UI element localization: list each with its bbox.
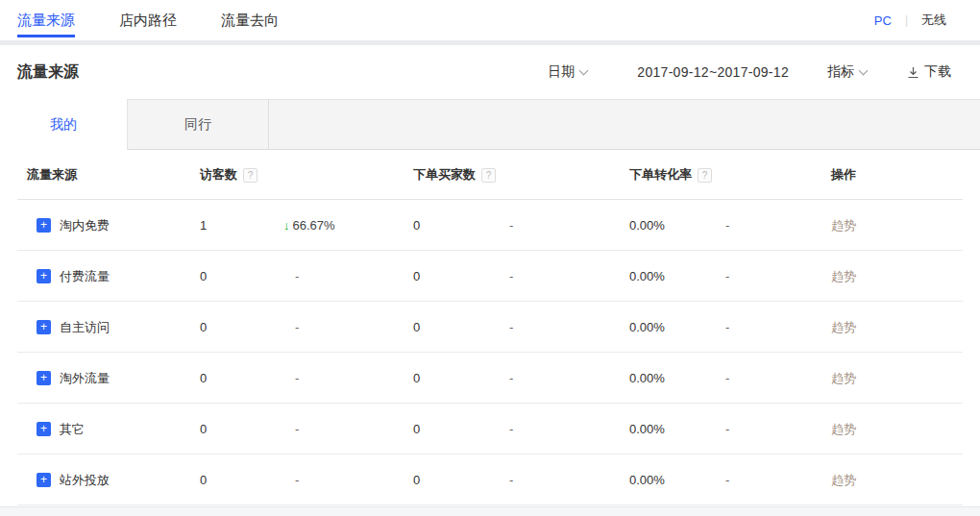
expand-plus-icon[interactable]: + (37, 269, 51, 283)
order-buyers-change: - (509, 320, 629, 334)
expand-plus-icon[interactable]: + (37, 371, 51, 385)
help-icon[interactable]: ? (481, 168, 496, 183)
source-label: 自主访问 (60, 319, 110, 336)
expand-plus-icon[interactable]: + (37, 473, 51, 487)
table-row: + 其它 0 - 0 - 0.00% - 趋势 (0, 404, 980, 455)
visitors-change: - (283, 269, 413, 283)
source-label: 站外投放 (60, 472, 110, 489)
download-button[interactable]: 下载 (907, 63, 951, 81)
tab-peers[interactable]: 同行 (128, 99, 269, 150)
source-label: 其它 (60, 421, 85, 438)
table-header-row: 流量来源 访客数 ? 下单买家数 ? 下单转化率 ? 操作 (0, 150, 980, 200)
expand-plus-icon[interactable]: + (37, 218, 51, 233)
help-icon[interactable]: ? (698, 168, 712, 183)
download-icon (907, 66, 919, 79)
conversion-rate-value: 0.00% (629, 473, 725, 487)
top-navigation: 流量来源 店内路径 流量去向 PC | 无线 (0, 0, 980, 40)
trend-link[interactable]: 趋势 (831, 472, 980, 489)
metrics-dropdown-label: 指标 (827, 63, 854, 81)
trend-link[interactable]: 趋势 (831, 217, 980, 234)
conversion-rate-change: - (725, 371, 831, 385)
trend-link[interactable]: 趋势 (831, 268, 980, 285)
column-header-label: 下单转化率 (629, 166, 692, 184)
visitors-change-value: - (295, 269, 299, 283)
tab-mine[interactable]: 我的 (0, 99, 128, 150)
source-label: 付费流量 (60, 268, 110, 285)
nav-tab-traffic-destination[interactable]: 流量去向 (221, 0, 279, 40)
date-dropdown-label: 日期 (548, 63, 575, 81)
visitors-change: - (283, 371, 413, 385)
nav-tab-instore-path[interactable]: 店内路径 (119, 0, 177, 40)
date-dropdown[interactable]: 日期 (548, 63, 587, 81)
column-header-source: 流量来源 (0, 166, 200, 184)
source-label: 淘外流量 (60, 370, 110, 387)
order-buyers-value: 0 (413, 269, 509, 283)
visitors-change-value: 66.67% (293, 218, 335, 233)
trend-link[interactable]: 趋势 (831, 370, 980, 387)
conversion-rate-value: 0.00% (629, 320, 725, 334)
order-buyers-value: 0 (413, 371, 509, 385)
conversion-rate-change: - (725, 269, 831, 283)
table-row: + 站外投放 0 - 0 - 0.00% - 趋势 (0, 455, 980, 505)
visitors-change: - (283, 473, 413, 487)
order-buyers-change: - (509, 422, 629, 436)
toolbar: 流量来源 日期 2017-09-12~2017-09-12 指标 下载 (0, 45, 980, 99)
table-row: + 自主访问 0 - 0 - 0.00% - 趋势 (0, 302, 980, 353)
expand-plus-icon[interactable]: + (37, 320, 51, 334)
column-header-label: 操作 (831, 166, 856, 184)
visitors-change: ↓ 66.67% (283, 218, 413, 233)
column-header-label: 访客数 (200, 166, 237, 184)
source-cell: + 站外投放 (0, 472, 200, 489)
conversion-rate-change: - (725, 422, 831, 436)
visitors-change-value: - (295, 371, 299, 385)
metrics-dropdown[interactable]: 指标 (827, 63, 867, 81)
chevron-down-icon (579, 65, 589, 75)
visitors-change-value: - (295, 473, 299, 487)
conversion-rate-change: - (725, 473, 831, 487)
visitors-value: 0 (200, 269, 283, 283)
trend-link[interactable]: 趋势 (831, 421, 980, 438)
visitors-change: - (283, 320, 413, 334)
source-cell: + 自主访问 (0, 319, 200, 336)
expand-plus-icon[interactable]: + (37, 422, 51, 436)
conversion-rate-value: 0.00% (629, 218, 725, 233)
visitors-change-value: - (295, 422, 299, 436)
page-bottom-strip (0, 506, 980, 516)
device-wireless-link[interactable]: 无线 (921, 12, 946, 29)
tab-strip-filler (269, 99, 980, 150)
visitors-change-value: - (295, 320, 299, 334)
source-cell: + 淘内免费 (0, 217, 200, 234)
visitors-value: 0 (200, 473, 283, 487)
device-pc-link[interactable]: PC (874, 13, 892, 28)
column-header-conversion-rate: 下单转化率 ? (629, 166, 725, 184)
date-range-picker[interactable]: 2017-09-12~2017-09-12 (637, 64, 789, 80)
visitors-value: 0 (200, 320, 283, 334)
order-buyers-change: - (509, 269, 629, 283)
table-body: + 淘内免费 1 ↓ 66.67% 0 - 0.00% - 趋势 + 付费流量 … (0, 200, 980, 505)
device-switch: PC | 无线 (874, 12, 946, 29)
source-cell: + 其它 (0, 421, 200, 438)
nav-tab-traffic-source[interactable]: 流量来源 (17, 0, 75, 40)
help-icon[interactable]: ? (243, 168, 257, 183)
column-header-visitors: 访客数 ? (200, 166, 283, 184)
conversion-rate-change: - (725, 320, 831, 334)
arrow-down-icon: ↓ (283, 218, 290, 233)
page-title: 流量来源 (17, 62, 79, 83)
order-buyers-change: - (509, 218, 629, 233)
active-tab-underline (17, 35, 75, 37)
conversion-rate-value: 0.00% (629, 269, 725, 283)
trend-link[interactable]: 趋势 (831, 319, 980, 336)
order-buyers-value: 0 (413, 422, 509, 436)
column-header-label: 流量来源 (27, 166, 77, 184)
order-buyers-value: 0 (413, 218, 509, 233)
column-header-actions: 操作 (831, 166, 980, 184)
table-row: + 淘内免费 1 ↓ 66.67% 0 - 0.00% - 趋势 (0, 200, 980, 251)
device-divider: | (905, 13, 908, 27)
column-header-order-buyers: 下单买家数 ? (413, 166, 509, 184)
source-label: 淘内免费 (60, 217, 110, 234)
order-buyers-value: 0 (413, 473, 509, 487)
source-cell: + 淘外流量 (0, 370, 200, 387)
column-header-label: 下单买家数 (413, 166, 476, 184)
conversion-rate-change: - (725, 218, 831, 233)
table-row: + 淘外流量 0 - 0 - 0.00% - 趋势 (0, 353, 980, 404)
